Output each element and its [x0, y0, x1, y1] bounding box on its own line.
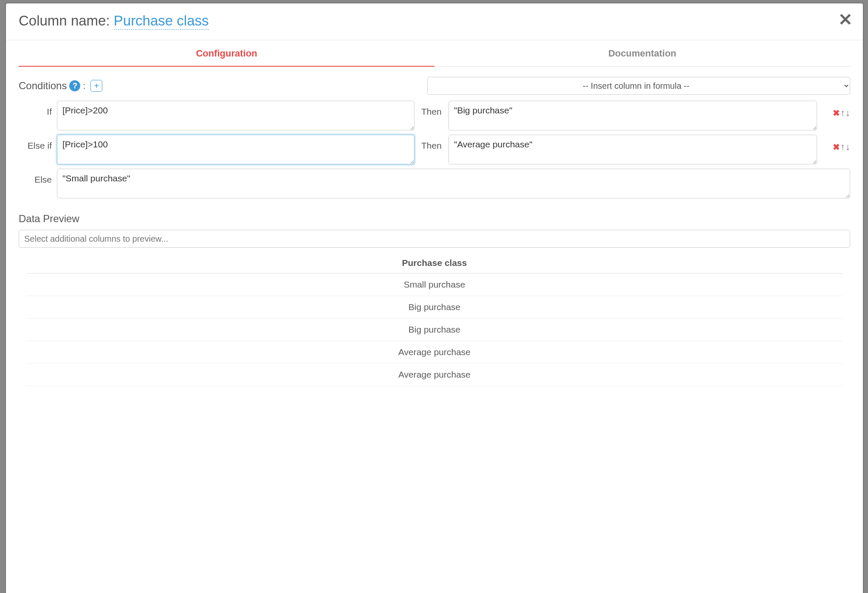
condition-input[interactable]	[57, 101, 414, 130]
then-label: Then	[414, 135, 448, 151]
move-up-icon[interactable]: ↑	[840, 142, 845, 152]
help-icon[interactable]: ?	[69, 80, 80, 91]
preview-table: Purchase class Small purchase Big purcha…	[19, 254, 850, 386]
colon: :	[83, 81, 85, 91]
column-name-label: Column name:	[19, 13, 114, 28]
modal-header: Column name: Purchase class	[6, 3, 863, 40]
tab-bar: Configuration Documentation	[6, 40, 863, 67]
condition-row: If Then ✖ ↑ ↓	[19, 101, 850, 130]
row-actions: ✖ ↑ ↓	[817, 101, 850, 118]
column-editor-modal: ✕ Column name: Purchase class Configurat…	[6, 3, 863, 593]
tab-configuration[interactable]: Configuration	[19, 40, 434, 67]
result-input[interactable]	[448, 101, 817, 130]
move-down-icon[interactable]: ↓	[845, 142, 850, 152]
preview-columns-select[interactable]	[19, 230, 850, 248]
table-row: Big purchase	[26, 319, 843, 341]
tab-documentation[interactable]: Documentation	[434, 40, 850, 67]
elseif-label: Else if	[19, 135, 57, 151]
data-preview-label: Data Preview	[19, 213, 850, 225]
preview-column-header: Purchase class	[26, 254, 843, 274]
condition-input[interactable]	[57, 135, 414, 164]
table-row: Average purchase	[26, 341, 843, 364]
move-up-icon[interactable]: ↑	[840, 108, 845, 118]
condition-row: Else if Then ✖ ↑ ↓	[19, 135, 850, 164]
configuration-panel: Conditions ? : + -- Insert column in for…	[6, 67, 863, 386]
table-row: Average purchase	[26, 364, 843, 386]
insert-column-select[interactable]: -- Insert column in formula --	[427, 77, 850, 95]
else-row: Else	[19, 169, 850, 198]
if-label: If	[19, 101, 57, 117]
add-condition-button[interactable]: +	[90, 80, 102, 92]
else-label: Else	[19, 169, 57, 185]
result-input[interactable]	[448, 135, 817, 164]
table-row: Big purchase	[26, 296, 843, 319]
conditions-header: Conditions ? : + -- Insert column in for…	[19, 77, 850, 95]
conditions-label: Conditions	[19, 80, 67, 92]
row-actions: ✖ ↑ ↓	[817, 135, 850, 152]
delete-icon[interactable]: ✖	[833, 109, 840, 117]
table-row: Small purchase	[26, 274, 843, 296]
else-input[interactable]	[57, 169, 850, 198]
then-label: Then	[414, 101, 448, 117]
column-name-input[interactable]: Purchase class	[114, 13, 209, 30]
delete-icon[interactable]: ✖	[833, 143, 840, 151]
column-name-row: Column name: Purchase class	[19, 13, 850, 29]
move-down-icon[interactable]: ↓	[845, 108, 850, 118]
